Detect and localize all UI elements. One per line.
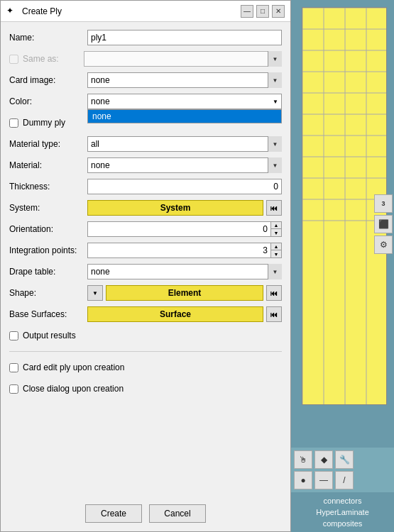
output-results-checkbox[interactable] — [9, 331, 18, 340]
close-dialog-checkbox[interactable] — [9, 384, 18, 394]
dummy-ply-label: Dummy ply — [23, 118, 65, 128]
base-surfaces-button[interactable]: Surface — [87, 306, 263, 322]
tool-wrench[interactable]: 🔧 — [335, 450, 354, 469]
shape-label: Shape: — [9, 288, 87, 298]
material-type-label: Material type: — [9, 139, 87, 149]
integration-control: ▲ ▼ — [87, 243, 282, 258]
color-control: none ▼ none — [87, 94, 282, 109]
shape-row: Shape: ▼ Element ⏮ — [9, 284, 282, 301]
base-surfaces-nav-button[interactable]: ⏮ — [266, 306, 282, 322]
name-control — [87, 30, 282, 45]
thickness-label: Thickness: — [9, 182, 87, 192]
orientation-spinner: ▲ ▼ — [271, 221, 282, 237]
tool-select[interactable]: 🖱 — [294, 450, 312, 469]
base-surfaces-control: Surface ⏮ — [87, 306, 282, 322]
right-panel: 3 ⬛ ⚙ 🖱 ◆ 🔧 ● — / connectors HyperLamina… — [291, 0, 394, 532]
tool-dash[interactable]: — — [314, 471, 333, 489]
title-controls: — □ ✕ — [241, 5, 285, 18]
name-input[interactable] — [87, 30, 282, 45]
orientation-down[interactable]: ▼ — [271, 229, 281, 236]
card-edit-checkbox-row: Card edit ply upon creation — [9, 362, 124, 372]
shape-control: ▼ Element ⏮ — [87, 285, 282, 301]
material-type-row: Material type: all ▼ — [9, 135, 282, 153]
cancel-button[interactable]: Cancel — [149, 504, 206, 523]
output-results-row: Output results — [9, 327, 282, 344]
integration-down[interactable]: ▼ — [271, 250, 281, 257]
card-edit-label: Card edit ply upon creation — [23, 362, 124, 372]
minimize-button[interactable]: — — [241, 5, 253, 18]
drape-table-select[interactable]: none — [87, 264, 282, 279]
shape-dropdown-button[interactable]: ▼ — [87, 285, 103, 301]
drape-table-control: none ▼ — [87, 264, 282, 279]
tool-sphere[interactable]: ● — [294, 471, 312, 489]
system-row: System: System ⏮ — [9, 199, 282, 216]
title-bar-left: ✦ Create Ply — [6, 6, 62, 17]
same-as-checkbox[interactable] — [9, 55, 18, 64]
material-label: Material: — [9, 160, 87, 170]
output-results-label: Output results — [23, 331, 76, 340]
system-button[interactable]: System — [87, 200, 263, 216]
dialog-footer: Create Cancel — [1, 499, 290, 531]
connectors-label: connectors — [295, 495, 390, 506]
orientation-control: ▲ ▼ — [87, 221, 282, 237]
tool-cube[interactable]: ⬛ — [374, 215, 393, 233]
card-edit-checkbox[interactable] — [9, 363, 18, 372]
color-dropdown-trigger[interactable]: none ▼ — [87, 94, 282, 109]
color-row: Color: none ▼ none — [9, 93, 282, 110]
orientation-input[interactable] — [87, 221, 271, 237]
system-label: System: — [9, 203, 87, 213]
same-as-label: Same as: — [23, 54, 80, 64]
material-type-control: all ▼ — [87, 136, 282, 152]
name-row: Name: — [9, 29, 282, 46]
integration-up[interactable]: ▲ — [271, 243, 281, 250]
create-ply-dialog: ✦ Create Ply — □ ✕ Name: Same as: — [0, 0, 291, 532]
toolbar-row-2: ● — / — [294, 471, 391, 489]
dummy-ply-checkbox[interactable] — [9, 118, 18, 128]
material-type-select[interactable]: all — [87, 136, 282, 152]
canvas-tools: 3 ⬛ ⚙ — [374, 194, 393, 254]
tool-3d[interactable]: 3 — [374, 194, 393, 213]
base-surfaces-label: Base Surfaces: — [9, 309, 87, 319]
color-dropdown-arrow: ▼ — [273, 99, 278, 105]
title-bar: ✦ Create Ply — □ ✕ — [1, 1, 290, 22]
close-dialog-row: Close dialog upon creation — [9, 380, 282, 397]
drape-table-row: Drape table: none ▼ — [9, 263, 282, 280]
card-edit-row: Card edit ply upon creation — [9, 359, 282, 376]
close-button[interactable]: ✕ — [272, 5, 285, 18]
same-as-select[interactable] — [84, 51, 282, 67]
thickness-input[interactable] — [87, 179, 282, 194]
drape-table-label: Drape table: — [9, 267, 87, 277]
output-results-checkbox-row: Output results — [9, 331, 76, 340]
color-option-none[interactable]: none — [88, 110, 281, 123]
toolbar-row-1: 🖱 ◆ 🔧 — [294, 450, 391, 469]
integration-row: Integration points: ▲ ▼ — [9, 242, 282, 259]
integration-input[interactable] — [87, 243, 271, 258]
card-image-label: Card image: — [9, 75, 87, 85]
shape-element-button[interactable]: Element — [106, 285, 263, 301]
maximize-button[interactable]: □ — [256, 5, 269, 18]
dialog-body: Name: Same as: ▼ Card image: — [1, 22, 290, 499]
system-control: System ⏮ — [87, 200, 282, 216]
tool-line[interactable]: / — [335, 471, 354, 489]
card-image-select[interactable]: none — [87, 72, 282, 88]
material-select[interactable]: none — [87, 157, 282, 173]
orientation-up[interactable]: ▲ — [271, 222, 281, 229]
color-dropdown-list: none — [87, 109, 282, 123]
tool-diamond[interactable]: ◆ — [314, 450, 333, 469]
canvas-area: 3 ⬛ ⚙ — [291, 0, 394, 448]
system-nav-button[interactable]: ⏮ — [266, 200, 282, 216]
card-image-row: Card image: none ▼ — [9, 72, 282, 89]
same-as-row: Same as: ▼ — [9, 50, 282, 67]
shape-nav-button[interactable]: ⏮ — [266, 285, 282, 301]
create-button[interactable]: Create — [85, 504, 142, 523]
divider — [9, 351, 282, 352]
integration-label: Integration points: — [9, 245, 87, 255]
dummy-ply-checkbox-row: Dummy ply — [9, 118, 65, 128]
card-image-control: none ▼ — [87, 72, 282, 88]
tool-gear[interactable]: ⚙ — [374, 235, 393, 254]
same-as-control: Same as: ▼ — [9, 51, 282, 67]
material-row: Material: none ▼ — [9, 157, 282, 174]
close-dialog-label: Close dialog upon creation — [23, 384, 124, 394]
integration-spinner: ▲ ▼ — [271, 243, 282, 258]
thickness-control — [87, 179, 282, 194]
